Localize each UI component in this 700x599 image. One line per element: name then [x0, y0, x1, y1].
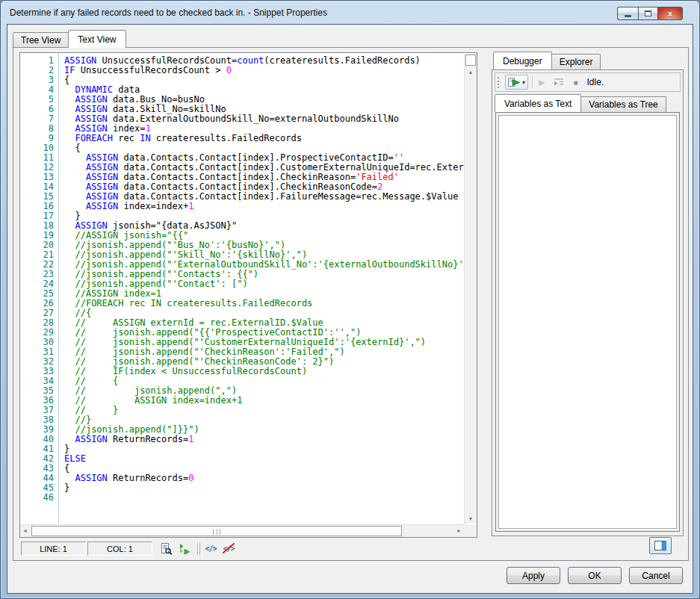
- line-number: 26: [20, 298, 54, 308]
- xml-view-icon[interactable]: </>: [204, 542, 217, 555]
- minimize-button[interactable]: [617, 7, 638, 20]
- line-number: 30: [20, 337, 54, 347]
- code-line: ASSIGN data.ExternalOutboundSkill_No=ext…: [64, 114, 464, 123]
- xml-view-off-icon[interactable]: </>: [222, 542, 235, 555]
- code-lines[interactable]: ASSIGN UnsuccessfulRecordsCount=count(cr…: [60, 54, 464, 524]
- line-number: 17: [20, 211, 54, 220]
- code-line: FOREACH rec IN createresults.FailedRecor…: [64, 133, 464, 143]
- line-number: 10: [20, 143, 54, 152]
- code-line: // jsonish.append("'CheckinReason':'Fail…: [64, 347, 464, 356]
- line-number: 32: [20, 356, 54, 366]
- line-number: 29: [20, 327, 54, 337]
- tab-text-view[interactable]: Text View: [68, 30, 126, 48]
- debugger-panel: Debugger Explorer ▾: [490, 49, 685, 538]
- cancel-button[interactable]: Cancel: [629, 567, 683, 584]
- tab-variables-as-tree[interactable]: Variables as Tree: [580, 96, 666, 112]
- window-title: Determine if any failed records need to …: [10, 7, 327, 18]
- line-number: 14: [20, 181, 54, 191]
- view-tab-strip: Tree View Text View: [13, 31, 126, 48]
- code-line: {: [64, 143, 464, 152]
- code-line: //jsonish.append("'Contacts': {{"): [64, 269, 464, 279]
- scroll-right-icon[interactable]: ►: [456, 528, 462, 533]
- code-line: {: [64, 463, 464, 473]
- v-scroll-thumb[interactable]: [465, 55, 476, 66]
- code-line: // jsonish.append("'CustomerExternalUniq…: [64, 337, 464, 347]
- line-number: 31: [20, 347, 54, 356]
- line-number: 34: [20, 376, 54, 385]
- maximize-icon: [645, 10, 651, 16]
- line-number: 40: [20, 434, 54, 444]
- code-line: //ASSIGN jsonish="{{": [64, 230, 464, 240]
- line-number: 13: [20, 172, 54, 181]
- code-line: // jsonish.append("{{'ProspectiveContact…: [64, 327, 464, 337]
- execute-script-icon[interactable]: [178, 542, 191, 555]
- code-line: ASSIGN UnsuccessfulRecordsCount=count(cr…: [64, 55, 464, 65]
- code-line: }: [64, 211, 464, 220]
- dialog-footer: Apply OK Cancel: [7, 567, 687, 586]
- line-number: 23: [20, 269, 54, 279]
- stop-button[interactable]: ■: [571, 75, 580, 90]
- code-line: // {: [64, 376, 464, 385]
- continue-icon: ▶: [539, 78, 545, 87]
- line-number: 21: [20, 249, 54, 259]
- step-icon: [553, 78, 565, 87]
- snippet-properties-window: Determine if any failed records need to …: [0, 0, 700, 599]
- maximize-button[interactable]: [638, 7, 657, 20]
- panel-toggle-icon: [654, 541, 666, 550]
- line-number: 1: [20, 55, 54, 65]
- code-line: ASSIGN data.Bus_No=busNo: [64, 94, 464, 104]
- code-line: ASSIGN data.Contacts.Contact[index].Pros…: [64, 152, 464, 162]
- code-line: //}: [64, 415, 464, 424]
- toolbar-separator: [532, 76, 533, 88]
- debugger-toolbar: ▾ ▶: [495, 72, 681, 92]
- toggle-panel-button[interactable]: [649, 537, 672, 554]
- debugger-page: ▾ ▶: [492, 69, 684, 536]
- vertical-scrollbar[interactable]: ▲ ▼: [464, 54, 477, 524]
- scroll-left-icon[interactable]: ◄: [22, 528, 28, 533]
- scroll-down-icon[interactable]: ▼: [465, 516, 477, 521]
- horizontal-scrollbar[interactable]: ◄ ►: [20, 524, 464, 537]
- scroll-up-icon[interactable]: ▲: [465, 69, 477, 75]
- run-debug-button[interactable]: ▾: [505, 75, 528, 90]
- run-dropdown-icon[interactable]: ▾: [522, 79, 525, 86]
- code-line: ELSE: [64, 453, 464, 463]
- line-number: 3: [20, 75, 54, 84]
- window-controls: x: [617, 7, 683, 20]
- tab-explorer[interactable]: Explorer: [551, 54, 601, 69]
- line-number: 41: [20, 444, 54, 453]
- code-line: // ASSIGN index=index+1: [64, 395, 464, 405]
- code-line: // jsonish.append(","): [64, 385, 464, 395]
- line-number: 4: [20, 84, 54, 94]
- code-line: IF UnsuccessfulRecordsCount > 0: [64, 65, 464, 75]
- code-line: ASSIGN data.Contacts.Contact[index].Chec…: [64, 172, 464, 181]
- close-icon: x: [668, 9, 672, 18]
- tab-variables-as-text[interactable]: Variables as Text: [495, 94, 581, 112]
- code-line: //jsonish.append("'Bus_No':'{busNo}',"): [64, 240, 464, 249]
- apply-button[interactable]: Apply: [507, 567, 560, 584]
- ok-button[interactable]: OK: [568, 567, 622, 584]
- validate-script-icon[interactable]: [160, 542, 173, 555]
- code-line: //ASSIGN index=1: [64, 288, 464, 298]
- editor-status-bar: LINE: 1 COL: 1: [19, 539, 477, 558]
- code-line: //jsonish.append("]}}"): [64, 424, 464, 434]
- variables-content[interactable]: [498, 115, 677, 529]
- line-number: 20: [20, 240, 54, 249]
- line-number: 42: [20, 453, 54, 463]
- h-scroll-thumb[interactable]: [31, 526, 402, 536]
- step-button[interactable]: [551, 75, 567, 90]
- toolbar-grip[interactable]: [498, 77, 500, 88]
- line-number: 7: [20, 114, 54, 123]
- continue-button[interactable]: ▶: [536, 75, 547, 90]
- code-line: // ASSIGN externId = rec.ExternalID.$Val…: [64, 317, 464, 327]
- line-number: 38: [20, 415, 54, 424]
- tab-tree-view[interactable]: Tree View: [13, 32, 69, 48]
- line-indicator: LINE: 1: [21, 541, 86, 556]
- close-button[interactable]: x: [657, 7, 683, 20]
- tab-debugger[interactable]: Debugger: [493, 52, 552, 69]
- code-line: ASSIGN data.Contacts.Contact[index].Chec…: [64, 181, 464, 191]
- titlebar[interactable]: Determine if any failed records need to …: [1, 1, 699, 24]
- text-view-page: 1234567891011121314151617181920212223242…: [13, 47, 689, 561]
- code-line: //jsonish.append("'Contact': ["): [64, 279, 464, 288]
- run-icon: [508, 78, 521, 87]
- code-line: ASSIGN data.Contacts.Contact[index].Fail…: [64, 191, 464, 201]
